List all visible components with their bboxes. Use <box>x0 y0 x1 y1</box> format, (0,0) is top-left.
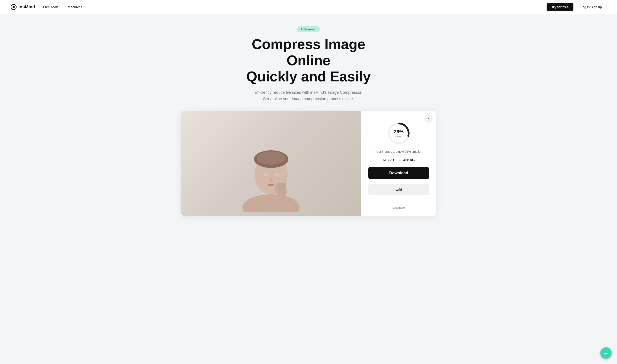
circle-percent: 29% <box>394 129 404 135</box>
arrow-icon: → <box>397 158 401 162</box>
original-size: 613 kB <box>383 158 394 162</box>
svg-point-6 <box>257 151 285 165</box>
circle-progress: 29% saved <box>387 121 411 145</box>
chat-icon <box>603 350 609 356</box>
svg-point-9 <box>270 178 272 182</box>
nav-resources[interactable]: Resources ▾ <box>66 5 84 9</box>
result-message: Your images are now 29% smaller! <box>375 150 423 153</box>
chat-bubble[interactable] <box>600 347 612 359</box>
chevron-down-icon: ▾ <box>59 6 60 8</box>
edit-more-label: Edit more <box>393 206 405 209</box>
edit-button[interactable]: Edit <box>368 184 429 195</box>
hero-subtitle: Efficiently reduce file sizes with insMi… <box>249 89 368 102</box>
svg-point-8 <box>274 173 279 176</box>
download-button[interactable]: Download <box>368 167 429 179</box>
navbar: insMind Free Tools ▾ Resources ▾ Try for… <box>0 0 617 14</box>
hero-title: Compress Image Online Quickly and Easily <box>231 36 386 85</box>
image-preview <box>181 111 361 216</box>
circle-saved: saved <box>394 135 404 138</box>
nav-menu: Free Tools ▾ Resources ▾ <box>43 5 84 9</box>
portrait-figure <box>236 115 306 212</box>
circle-label: 29% saved <box>394 129 404 138</box>
svg-point-7 <box>263 173 268 176</box>
portrait-svg <box>236 115 306 212</box>
compressed-size: 438 kB <box>403 158 415 162</box>
svg-point-10 <box>268 184 275 186</box>
tool-card: × <box>181 111 436 216</box>
size-row: 613 kB → 438 kB <box>383 158 414 162</box>
logo-text: insMind <box>18 4 35 10</box>
nav-free-tools[interactable]: Free Tools ▾ <box>43 5 61 9</box>
nav-left: insMind Free Tools ▾ Resources ▾ <box>11 4 84 10</box>
nav-right: Try for free Log in/Sign up <box>547 3 606 11</box>
logo[interactable]: insMind <box>11 4 35 10</box>
logo-icon <box>11 4 17 10</box>
hero-section: AI-Powered Compress Image Online Quickly… <box>0 14 617 111</box>
try-for-free-button[interactable]: Try for free <box>547 3 573 11</box>
login-button[interactable]: Log in/Sign up <box>576 3 606 11</box>
result-panel: 29% saved Your images are now 29% smalle… <box>361 111 436 216</box>
tool-wrapper: × <box>172 111 445 230</box>
chevron-down-icon: ▾ <box>83 6 84 8</box>
svg-point-1 <box>13 6 15 8</box>
svg-point-2 <box>243 194 300 212</box>
ai-powered-badge: AI-Powered <box>297 26 320 32</box>
